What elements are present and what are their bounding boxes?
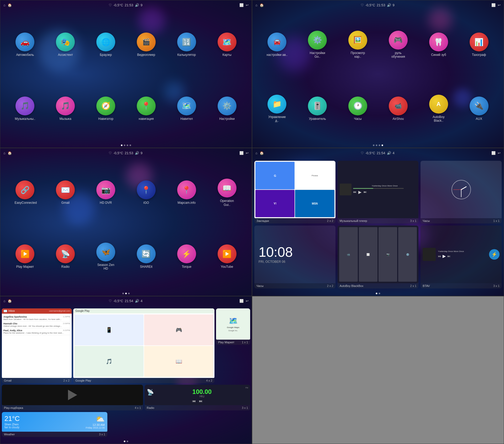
app-tachograph[interactable]: 📊 Тахограф — [459, 13, 498, 76]
gplay-thumb-4[interactable]: 📖 — [144, 346, 213, 377]
dot-4-1[interactable] — [376, 293, 377, 294]
autoboy-btn-1[interactable]: 📹 — [339, 227, 358, 281]
btav-next[interactable]: ⏭ — [447, 254, 450, 258]
app-gmail[interactable]: ✉️ Gmail — [46, 161, 85, 224]
music-progress-bar[interactable] — [353, 188, 404, 189]
dot-2-4[interactable] — [382, 145, 383, 146]
house-icon-3[interactable]: 🏠 — [8, 151, 12, 155]
radio-next-btn[interactable]: ⏭ — [199, 399, 203, 403]
gplay-thumb-2[interactable]: 🎮 — [144, 314, 213, 345]
bookmark-msn[interactable]: MSN — [295, 190, 334, 217]
autoboy-btn-2[interactable]: ⬜ — [359, 227, 377, 281]
house-icon-5[interactable]: 🏠 — [8, 299, 12, 303]
home-icon-2[interactable]: ⌂ — [255, 3, 258, 7]
radio-prev-btn[interactable]: ⏮ — [192, 399, 196, 403]
app-shareit[interactable]: 🔄 SHAREit — [127, 225, 166, 288]
app-navitel[interactable]: 🗺️ Навител — [167, 77, 206, 140]
back-icon-1[interactable]: ↩ — [246, 3, 249, 7]
app-hddvr[interactable]: 📷 HD DVR — [86, 161, 125, 224]
app-music1[interactable]: 🎵 Музыкальны.. — [6, 77, 45, 140]
app-music2[interactable]: 🎵 Мызыка — [46, 77, 85, 140]
app-autoboy[interactable]: A AutoBoy Black.. — [419, 77, 458, 140]
app-settings-av[interactable]: 🚘 настройки ав.. — [258, 13, 297, 76]
back-icon-2[interactable]: ↩ — [498, 3, 501, 7]
dot-2-1[interactable] — [373, 145, 375, 146]
app-calculator[interactable]: 🔢 Калькулятор — [167, 13, 206, 76]
house-icon-1[interactable]: 🏠 — [8, 3, 12, 7]
app-clock[interactable]: 🕐 Часы — [338, 77, 377, 140]
app-gallery[interactable]: 🖼️ Просмотр кар.. — [338, 13, 377, 76]
dot-1-4[interactable] — [130, 145, 131, 146]
autoboy-btn-4[interactable]: ⚙️ — [398, 227, 417, 281]
dot-1-2[interactable] — [124, 145, 125, 146]
home-icon-4[interactable]: ⌂ — [255, 151, 258, 155]
app-radio[interactable]: 📡 Radio — [46, 225, 85, 288]
dot-4-2[interactable] — [379, 293, 380, 294]
btav-prev[interactable]: ⏮ — [438, 254, 441, 258]
home-icon-5[interactable]: ⌂ — [3, 299, 6, 303]
app-youtube[interactable]: ▶️ YouTube — [207, 225, 246, 288]
dot-1-1[interactable] — [121, 145, 123, 146]
app-avtomobil[interactable]: 🚗 Автомобиль — [6, 13, 45, 76]
app-icon-assistent: 🎭 — [56, 33, 75, 51]
play-button-triangle[interactable] — [68, 390, 77, 400]
app-igo[interactable]: 📍 iGO — [127, 161, 166, 224]
dot-1-3[interactable] — [127, 145, 128, 146]
dot-5-1[interactable] — [124, 441, 125, 442]
app-assistent[interactable]: 🎭 Ассистент — [46, 13, 85, 76]
app-bluetooth[interactable]: 🦷 Синий зуб — [419, 13, 458, 76]
house-icon-4[interactable]: 🏠 — [260, 151, 264, 155]
music-prev-btn[interactable]: ⏮ — [353, 190, 356, 194]
music-next-btn[interactable]: ⏭ — [364, 190, 367, 194]
app-videoplayer[interactable]: 🎬 Видеоплеер — [127, 13, 166, 76]
window-icon-2[interactable]: ⬜ — [491, 3, 496, 7]
gplay-footer-name: Google Play — [75, 379, 91, 382]
house-icon-2[interactable]: 🏠 — [260, 3, 264, 7]
dot-2-3[interactable] — [379, 145, 380, 146]
app-easyconnected[interactable]: 🔗 EasyConnected — [6, 161, 45, 224]
app-maps[interactable]: 🗺️ Карты — [207, 13, 246, 76]
window-icon-4[interactable]: ⬜ — [491, 151, 496, 155]
bookmark-picasa[interactable]: Picasa — [295, 162, 334, 189]
window-icon-1[interactable]: ⬜ — [239, 3, 244, 7]
gmail-item-1[interactable]: 1:29PM Angelina Sparkovina Back from Vac… — [3, 315, 70, 322]
app-airshou[interactable]: 📹 AirShou — [379, 77, 418, 140]
app-equalizer[interactable]: 🎚️ Уравнитель — [298, 77, 337, 140]
window-icon-5[interactable]: ⬜ — [239, 299, 244, 303]
app-browser[interactable]: 🌐 Браузер — [86, 13, 125, 76]
app-aux[interactable]: 🔌 AUX — [459, 77, 498, 140]
music-play-btn[interactable]: ▶ — [358, 190, 361, 195]
window-icon-3[interactable]: ⬜ — [239, 151, 244, 155]
bookmark-yahoo[interactable]: Y! — [255, 190, 295, 217]
btav-track: Yseterday Once More Once — [438, 250, 487, 253]
btav-play[interactable]: ▶ — [443, 254, 446, 259]
gmail-item-3[interactable]: 3:22PM Paul, Andy, Alice Plans for the w… — [3, 328, 70, 335]
app-navigation[interactable]: 📍 навигация — [127, 77, 166, 140]
gplay-thumb-3[interactable]: 🎵 — [74, 346, 144, 377]
bookmark-google[interactable]: G — [255, 162, 295, 189]
app-season-zen[interactable]: 🦋 Season Zen HD — [86, 225, 125, 288]
app-settings-go[interactable]: ⚙️ Настройки Go.. — [298, 13, 337, 76]
autoboy-btn-3[interactable]: 📷 — [379, 227, 397, 281]
gplay-thumb-1[interactable]: 📱 — [74, 314, 144, 345]
back-icon-5[interactable]: ↩ — [246, 299, 249, 303]
back-icon-4[interactable]: ↩ — [498, 151, 501, 155]
home-icon-1[interactable]: ⌂ — [3, 3, 6, 7]
back-icon-3[interactable]: ↩ — [246, 151, 249, 155]
app-control[interactable]: 📁 Управление д.. — [258, 77, 297, 140]
home-icon-3[interactable]: ⌂ — [3, 151, 6, 155]
app-settings[interactable]: ⚙️ Настройки — [207, 77, 246, 140]
dot-5-2[interactable] — [127, 441, 128, 442]
gmail-item-2[interactable]: 2:09PM Hannah Cho Oldest vintage store e… — [3, 322, 70, 328]
dot-2-2[interactable] — [376, 145, 377, 146]
app-wheel[interactable]: 🎮 руль обучения — [379, 13, 418, 76]
app-mapcam[interactable]: 📍 Mapcam.info — [167, 161, 206, 224]
dot-3-3[interactable] — [128, 293, 130, 294]
app-navigator[interactable]: 🧭 Навигатор — [86, 77, 125, 140]
dot-3-2[interactable] — [125, 293, 127, 294]
dot-3-1[interactable] — [122, 293, 124, 294]
clock-digital-content: 10:08 FRI, OCTOBER 06 — [254, 226, 335, 283]
app-operation-guide[interactable]: 📖 Operation Gui.. — [207, 161, 246, 224]
app-play-market[interactable]: ▶️ Play Маркет — [6, 225, 45, 288]
app-torque[interactable]: ⚡ Torque — [167, 225, 206, 288]
